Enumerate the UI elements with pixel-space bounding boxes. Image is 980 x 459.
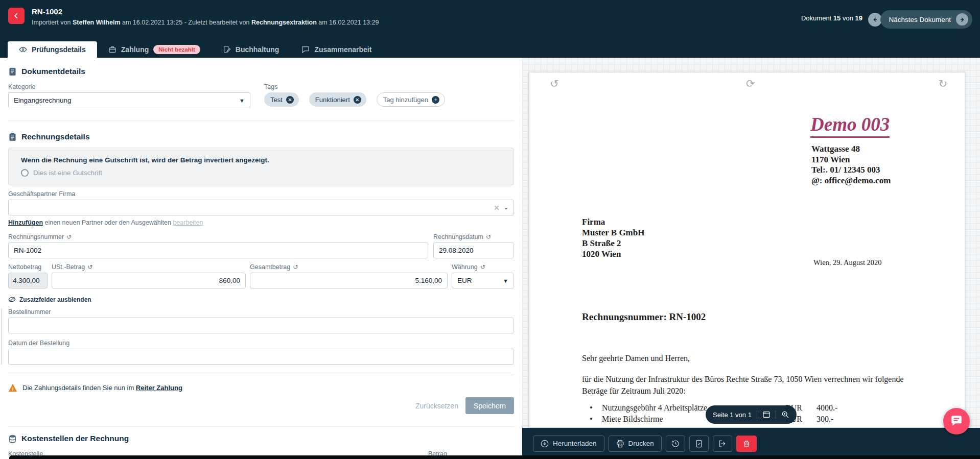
document-invoice-number: Rechnungsnummer: RN-1002 — [582, 311, 706, 323]
history-icon[interactable]: ↺ — [293, 263, 298, 271]
print-button[interactable]: Drucken — [609, 436, 662, 452]
history-clock-icon — [671, 440, 680, 448]
add-tag-icon: ＋ — [432, 96, 439, 104]
chat-widget-button[interactable] — [943, 408, 970, 434]
credit-note-radio[interactable] — [21, 169, 29, 177]
rotate-180-icon[interactable]: ⟳ — [746, 79, 755, 89]
export-icon — [718, 440, 727, 448]
section-rechnungsdetails: Rechnungsdetails — [8, 132, 514, 141]
document-check-button[interactable] — [689, 436, 709, 452]
tab-zusammenarbeit[interactable]: Zusammenarbeit — [290, 41, 383, 58]
currency-label: Währung↺ — [452, 263, 514, 271]
chevron-down-icon: ⌄ — [504, 204, 508, 211]
order-date-input[interactable] — [8, 349, 514, 365]
order-number-input[interactable] — [8, 318, 514, 333]
add-tag-button[interactable]: Tag hinzufügen ＋ — [377, 92, 445, 107]
document-edit-icon — [223, 45, 231, 54]
delete-button[interactable] — [736, 436, 757, 452]
document-preview-panel: ↺ ⟳ ↻ Demo 003 Wattgasse 48 1170 Wien Te… — [522, 58, 980, 459]
tab-pruefungsdetails[interactable]: Prüfungsdetails — [8, 41, 97, 58]
save-button[interactable]: Speichern — [465, 397, 514, 414]
vat-amount-input[interactable] — [52, 273, 246, 288]
kategorie-select[interactable]: Eingangsrechnung ▼ — [8, 92, 250, 108]
tab-bar: Prüfungsdetails Zahlung Nicht bezahlt Bu… — [0, 41, 980, 58]
section-divider — [8, 120, 514, 121]
reset-button[interactable]: Zurücksetzen — [415, 402, 458, 410]
vendor-address-line: 1170 Wien — [811, 155, 891, 165]
rotate-right-icon[interactable]: ↻ — [938, 79, 947, 89]
tag-funktioniert[interactable]: Funktioniert ✕ — [309, 92, 366, 107]
invoice-review-app: RN-1002 Importiert von Steffen Wilhelm a… — [0, 0, 980, 459]
tab-label: Zusammenarbeit — [314, 45, 371, 54]
unpaid-badge: Nicht bezahlt — [153, 45, 200, 54]
toggle-extra-fields[interactable]: Zusatzfelder ausblenden — [8, 296, 514, 303]
rotate-left-icon[interactable]: ↺ — [550, 79, 559, 89]
imported-by: Steffen Wilhelm — [73, 19, 121, 26]
item-amount: 4000.- — [816, 403, 837, 413]
add-partner-link[interactable]: Hinzufügen — [8, 219, 43, 226]
invoice-number-input[interactable] — [8, 243, 428, 258]
download-label: Herunterladen — [553, 440, 597, 447]
credit-note-radio-label: Dies ist eine Gutschrift — [33, 169, 102, 177]
review-form-panel: Dokumentdetails Kategorie Eingangsrechnu… — [0, 58, 522, 459]
history-icon[interactable]: ↺ — [66, 233, 72, 240]
svg-text:!: ! — [12, 386, 14, 392]
invoice-date-input[interactable] — [433, 243, 514, 258]
currency-select[interactable]: EUR ▼ — [452, 273, 514, 288]
counter-total: 19 — [855, 14, 862, 22]
edited-suffix: am 16.02.2021 13:29 — [317, 19, 379, 26]
history-icon[interactable]: ↺ — [87, 263, 92, 271]
back-button[interactable] — [8, 8, 25, 24]
remove-tag-icon[interactable]: ✕ — [354, 96, 361, 104]
invoice-number-label: Rechnungsnummer↺ — [8, 233, 428, 240]
chat-icon — [301, 45, 310, 54]
kategorie-value: Eingangsrechnung — [14, 96, 235, 104]
previous-document-button[interactable] — [868, 13, 882, 27]
recipient-address-line: 1020 Wien — [582, 249, 644, 260]
version-history-button[interactable] — [666, 436, 685, 452]
tag-label: Test — [270, 96, 283, 104]
document-counter: Dokument 15 von 19 — [801, 14, 862, 22]
recipient-address: Firma Muster B GmbH B Straße 2 1020 Wien — [582, 217, 644, 260]
tab-label: Buchhaltung — [236, 45, 279, 54]
counter-current: 15 — [833, 14, 841, 22]
imported-prefix: Importiert von — [32, 19, 73, 26]
divider — [757, 410, 757, 419]
item-amount: 300.- — [816, 415, 833, 424]
section-kostenstellen: Kostenstellen der Rechnung — [8, 434, 514, 443]
recipient-address-line: Firma — [582, 217, 644, 228]
partner-hint-text: einen neuen Partner oder den Ausgewählte… — [43, 219, 173, 226]
tab-buchhaltung[interactable]: Buchhaltung — [212, 41, 291, 58]
tab-label: Prüfungsdetails — [32, 45, 86, 54]
gross-amount-label: Gesamtbetrag↺ — [250, 263, 448, 271]
partner-select[interactable]: ✕ ⌄ — [8, 200, 514, 215]
download-button[interactable]: Herunterladen — [533, 436, 604, 452]
bullet: • — [590, 415, 602, 424]
zoom-in-icon[interactable] — [781, 410, 789, 419]
history-icon[interactable]: ↺ — [486, 233, 491, 240]
export-button[interactable] — [713, 436, 732, 452]
history-icon[interactable]: ↺ — [480, 263, 485, 271]
document-date-line: Wien, 29. August 2020 — [813, 258, 882, 267]
clear-icon[interactable]: ✕ — [494, 204, 500, 212]
tab-zahlung[interactable]: Zahlung Nicht bezahlt — [97, 41, 212, 58]
arrow-right-icon — [956, 13, 968, 26]
gross-amount-input[interactable] — [250, 273, 448, 288]
printer-icon — [616, 440, 624, 448]
order-date-label: Datum der Bestellung — [8, 340, 514, 347]
edit-partner-link[interactable]: bearbeiten — [173, 219, 203, 226]
bullet: • — [590, 403, 602, 413]
chevron-left-icon — [13, 12, 20, 19]
tag-test[interactable]: Test ✕ — [264, 92, 299, 107]
tab-label: Zahlung — [121, 45, 149, 54]
preview-toolbar: Herunterladen Drucken — [522, 428, 980, 459]
remove-tag-icon[interactable]: ✕ — [286, 96, 294, 104]
import-subtitle: Importiert von Steffen Wilhelm am 16.02.… — [32, 19, 379, 26]
fit-window-icon[interactable] — [762, 410, 771, 419]
next-document-button[interactable]: Nächstes Dokument — [880, 10, 972, 29]
reiter-zahlung-link[interactable]: Reiter Zahlung — [136, 384, 182, 392]
tag-label: Funktioniert — [315, 96, 350, 104]
credit-note-info-text: Wenn die Rechnung eine Gutschrift ist, w… — [21, 156, 501, 164]
partner-label: Geschäftspartner Firma — [8, 190, 514, 198]
bottom-edge-bar — [9, 455, 980, 459]
